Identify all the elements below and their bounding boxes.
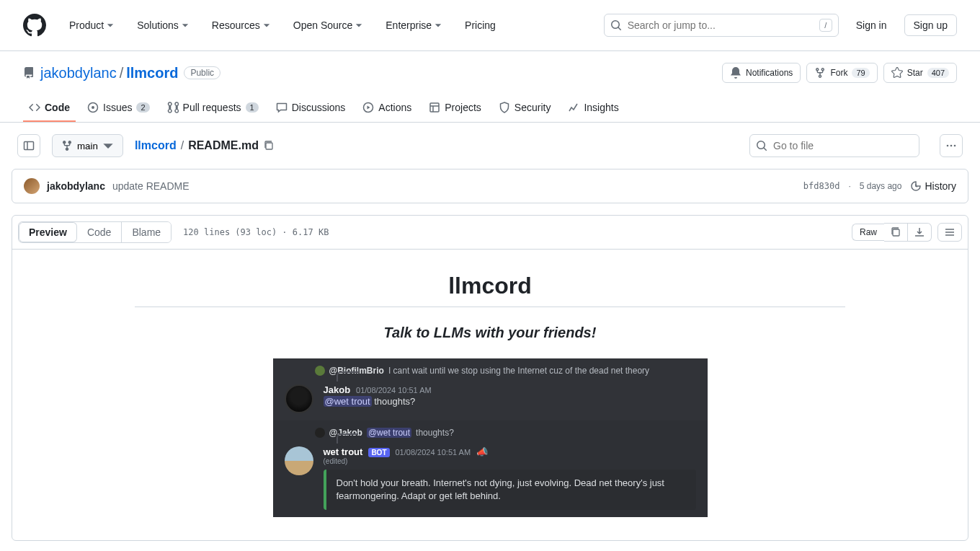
commit-time: 5 days ago: [860, 181, 902, 191]
nav-open-source[interactable]: Open Source: [288, 14, 369, 37]
top-header: Product Solutions Resources Open Source …: [0, 0, 980, 51]
repo-link[interactable]: llmcord: [126, 65, 178, 81]
tab-discussions[interactable]: Discussions: [270, 94, 352, 122]
tab-pulls[interactable]: Pull requests1: [161, 94, 264, 122]
commit-message[interactable]: update README: [112, 180, 190, 192]
fork-button[interactable]: Fork79: [806, 63, 877, 83]
issues-icon: [87, 102, 99, 113]
tab-code[interactable]: Code: [23, 94, 76, 122]
copy-button[interactable]: [884, 223, 908, 242]
search-shortcut: /: [819, 19, 832, 32]
preview-tab[interactable]: Preview: [19, 222, 77, 242]
sign-up-button[interactable]: Sign up: [904, 14, 957, 36]
code-tab[interactable]: Code: [77, 222, 121, 242]
bell-icon: [730, 67, 741, 79]
svg-rect-4: [24, 142, 34, 150]
breadcrumb-root[interactable]: llmcord: [135, 139, 177, 152]
nav-enterprise[interactable]: Enterprise: [380, 14, 447, 37]
fork-count: 79: [852, 68, 869, 78]
discord-screenshot: @BiofilmBrio I cant wait until we stop u…: [273, 358, 708, 517]
side-panel-toggle[interactable]: [17, 134, 40, 157]
search-input[interactable]: [628, 19, 814, 31]
tab-actions[interactable]: Actions: [357, 94, 417, 122]
readme-tagline: Talk to LLMs with your friends!: [135, 325, 845, 341]
tab-security[interactable]: Security: [493, 94, 557, 122]
nav-product[interactable]: Product: [63, 14, 120, 37]
tab-insights[interactable]: Insights: [562, 94, 624, 122]
auth-links: Sign in Sign up: [856, 14, 957, 36]
svg-point-7: [950, 145, 953, 147]
outline-button[interactable]: [937, 223, 962, 242]
svg-point-6: [947, 145, 949, 147]
file-info: 120 lines (93 loc) · 6.17 KB: [183, 227, 329, 237]
svg-rect-5: [266, 143, 272, 149]
repo-head: jakobdylanc/llmcord Public Notifications…: [0, 51, 980, 83]
kebab-icon: [945, 140, 957, 151]
commit-author[interactable]: jakobdylanc: [47, 180, 105, 192]
nav-resources[interactable]: Resources: [206, 14, 276, 37]
sidebar-icon: [23, 140, 35, 151]
discord-avatar: [285, 384, 313, 413]
view-toggle: Preview Code Blame: [18, 221, 172, 243]
comment-icon: [276, 102, 288, 113]
play-icon: [362, 102, 374, 113]
shield-icon: [499, 102, 510, 113]
go-to-file[interactable]: [749, 134, 919, 157]
branch-icon: [61, 140, 73, 151]
copy-icon: [890, 226, 901, 238]
repo-nav: Code Issues2 Pull requests1 Discussions …: [0, 94, 980, 123]
commit-meta: bfd830d · 5 days ago History: [803, 180, 956, 192]
graph-icon: [568, 102, 579, 113]
chevron-down-icon: [107, 22, 114, 29]
owner-link[interactable]: jakobdylanc: [40, 65, 117, 81]
download-button[interactable]: [908, 223, 932, 242]
chevron-down-icon: [102, 140, 114, 151]
content-box: Preview Code Blame 120 lines (93 loc) · …: [12, 215, 968, 541]
breadcrumb-sep: /: [181, 139, 184, 152]
search-icon: [610, 19, 622, 31]
chevron-down-icon: [355, 22, 362, 29]
history-link[interactable]: History: [910, 180, 956, 192]
avatar[interactable]: [24, 178, 40, 194]
chevron-down-icon: [263, 22, 270, 29]
download-icon: [914, 226, 925, 238]
svg-rect-3: [430, 103, 439, 112]
svg-point-1: [92, 106, 94, 109]
pr-icon: [167, 102, 179, 113]
file-bar: main llmcord / README.md: [12, 134, 968, 169]
tab-issues[interactable]: Issues2: [81, 94, 156, 122]
blame-tab[interactable]: Blame: [122, 222, 171, 242]
readme-content: llmcord Talk to LLMs with your friends! …: [12, 250, 968, 540]
search-box[interactable]: /: [604, 14, 839, 37]
tab-projects[interactable]: Projects: [423, 94, 487, 122]
github-logo[interactable]: [23, 14, 46, 37]
star-button[interactable]: Star407: [883, 63, 957, 83]
content-toolbar: Preview Code Blame 120 lines (93 loc) · …: [12, 216, 968, 250]
breadcrumb-file: README.md: [188, 139, 259, 152]
repo-path: jakobdylanc/llmcord: [40, 65, 178, 81]
nav-pricing[interactable]: Pricing: [459, 14, 502, 37]
commit-box: jakobdylanc update README bfd830d · 5 da…: [12, 169, 968, 203]
main-nav: Product Solutions Resources Open Source …: [63, 14, 604, 37]
visibility-badge: Public: [184, 66, 220, 79]
search-icon: [756, 140, 767, 151]
branch-selector[interactable]: main: [52, 134, 123, 157]
sign-in-link[interactable]: Sign in: [856, 19, 887, 31]
more-button[interactable]: [940, 134, 963, 157]
breadcrumb: llmcord / README.md: [135, 139, 275, 152]
history-icon: [910, 180, 922, 192]
discord-avatar: [285, 446, 313, 475]
raw-button[interactable]: Raw: [852, 224, 884, 241]
go-to-file-input[interactable]: [773, 140, 913, 151]
fork-icon: [814, 67, 826, 79]
star-icon: [891, 67, 903, 79]
notifications-button[interactable]: Notifications: [722, 63, 801, 83]
chevron-down-icon: [435, 22, 442, 29]
nav-solutions[interactable]: Solutions: [131, 14, 195, 37]
issues-count: 2: [136, 102, 149, 113]
file-area: main llmcord / README.md jakobdylanc upd…: [0, 123, 980, 551]
commit-sha[interactable]: bfd830d: [803, 181, 840, 191]
list-icon: [944, 226, 956, 238]
table-icon: [429, 102, 440, 113]
copy-icon[interactable]: [263, 140, 275, 151]
